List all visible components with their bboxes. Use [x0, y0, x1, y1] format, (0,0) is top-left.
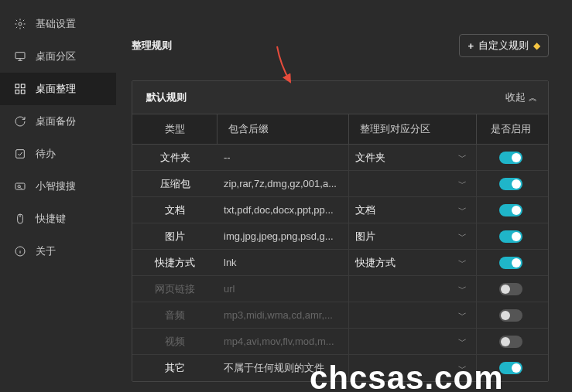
main-panel: 整理规则 + 自定义规则 ◆ 默认规则 收起 ︽ 类型 包含后缀 整理到对应分区…	[116, 0, 572, 392]
cell-type: 图片	[132, 223, 217, 249]
enable-toggle[interactable]	[499, 152, 522, 164]
vip-diamond-icon: ◆	[533, 40, 540, 51]
enable-toggle[interactable]	[499, 178, 522, 190]
sidebar-item-1[interactable]: 桌面分区	[0, 40, 116, 73]
sidebar-item-label: 小智搜搜	[36, 179, 76, 193]
cell-enable	[477, 145, 545, 170]
enable-toggle[interactable]	[499, 204, 522, 216]
svg-point-8	[18, 185, 20, 187]
cell-dest-select[interactable]: 快捷方式﹀	[349, 250, 477, 275]
svg-rect-4	[15, 90, 19, 94]
table-row: 其它不属于任何规则的文件﹀	[132, 355, 548, 381]
enable-toggle[interactable]	[499, 283, 522, 295]
header-ext: 包含后缀	[217, 114, 349, 144]
cell-ext: url	[217, 276, 349, 302]
chevron-down-icon: ﹀	[458, 152, 467, 163]
cell-dest-select[interactable]: ﹀	[349, 171, 477, 196]
cell-type: 文件夹	[132, 145, 217, 170]
chevron-down-icon: ﹀	[458, 336, 467, 347]
cell-type: 压缩包	[132, 171, 217, 196]
sidebar-item-6[interactable]: 快捷键	[0, 203, 116, 235]
sidebar: 基础设置桌面分区桌面整理桌面备份待办小智搜搜快捷键关于	[0, 0, 116, 392]
cell-ext: --	[217, 145, 349, 170]
table-row: 网页链接url﹀	[132, 276, 548, 302]
cell-dest-select[interactable]: ﹀	[349, 276, 477, 302]
custom-rule-button[interactable]: + 自定义规则 ◆	[459, 34, 549, 57]
svg-rect-5	[21, 90, 25, 94]
collapse-button[interactable]: 收起 ︽	[505, 90, 534, 104]
sidebar-item-label: 关于	[36, 244, 56, 258]
sidebar-item-2[interactable]: 桌面整理	[0, 73, 116, 105]
refresh-icon	[14, 115, 26, 128]
info-icon	[14, 245, 26, 257]
cell-enable	[477, 302, 545, 328]
cell-type: 视频	[132, 329, 217, 354]
cell-enable	[477, 329, 545, 354]
cell-ext: zip,rar,7z,dmg,gz,001,a...	[217, 171, 349, 196]
svg-rect-2	[15, 84, 19, 88]
cell-dest-select[interactable]: ﹀	[349, 355, 477, 381]
cell-enable	[477, 197, 545, 223]
table-row: 压缩包zip,rar,7z,dmg,gz,001,a...﹀	[132, 171, 548, 197]
cell-type: 快捷方式	[132, 250, 217, 275]
sidebar-item-0[interactable]: 基础设置	[0, 8, 116, 40]
cell-type: 网页链接	[132, 276, 217, 302]
table-row: 图片img,jpg,jpeg,png,psd,g...图片﹀	[132, 223, 548, 250]
sidebar-item-7[interactable]: 关于	[0, 235, 116, 268]
cell-dest-select[interactable]: 文件夹﹀	[349, 145, 477, 170]
cell-ext: mp4,avi,mov,flv,mod,m...	[217, 329, 349, 354]
cell-dest-select[interactable]: 文档﹀	[349, 197, 477, 223]
enable-toggle[interactable]	[499, 230, 522, 243]
chevron-down-icon: ﹀	[458, 309, 467, 321]
cell-ext: txt,pdf,doc,docx,ppt,pp...	[217, 197, 349, 223]
enable-toggle[interactable]	[499, 362, 522, 374]
sidebar-item-label: 桌面备份	[36, 114, 76, 128]
header-type: 类型	[132, 114, 217, 144]
cell-type: 文档	[132, 197, 217, 223]
grid-icon	[14, 83, 26, 95]
svg-rect-3	[21, 84, 25, 88]
table-row: 视频mp4,avi,mov,flv,mod,m...﹀	[132, 329, 548, 355]
header-dest: 整理到对应分区	[349, 114, 477, 144]
mouse-icon	[14, 213, 26, 225]
cell-type: 音频	[132, 302, 217, 328]
rules-table: 默认规则 收起 ︽ 类型 包含后缀 整理到对应分区 是否启用 文件夹--文件夹﹀…	[132, 80, 549, 382]
table-header: 类型 包含后缀 整理到对应分区 是否启用	[132, 114, 548, 145]
table-row: 音频mp3,midi,wma,cd,amr,...﹀	[132, 302, 548, 329]
cell-enable	[477, 171, 545, 196]
chevron-down-icon: ﹀	[458, 178, 467, 189]
monitor-icon	[14, 50, 26, 63]
sidebar-item-label: 待办	[36, 147, 56, 161]
cell-ext: mp3,midi,wma,cd,amr,...	[217, 302, 349, 328]
cell-enable	[477, 276, 545, 302]
sidebar-item-label: 快捷键	[36, 212, 66, 226]
enable-toggle[interactable]	[499, 257, 522, 269]
chevron-down-icon: ﹀	[458, 283, 467, 295]
chevron-down-icon: ﹀	[458, 363, 467, 374]
cell-dest-select[interactable]: 图片﹀	[349, 223, 477, 249]
enable-toggle[interactable]	[499, 336, 522, 348]
table-row: 文件夹--文件夹﹀	[132, 145, 548, 171]
cell-ext: img,jpg,jpeg,png,psd,g...	[217, 223, 349, 249]
table-body: 文件夹--文件夹﹀压缩包zip,rar,7z,dmg,gz,001,a...﹀文…	[132, 145, 548, 381]
checkbox-icon	[14, 148, 26, 160]
svg-point-0	[19, 22, 22, 26]
enable-toggle[interactable]	[499, 309, 522, 322]
table-row: 快捷方式lnk快捷方式﹀	[132, 250, 548, 276]
search-box-icon	[14, 180, 26, 193]
cell-dest-select[interactable]: ﹀	[349, 329, 477, 354]
cell-enable	[477, 223, 545, 249]
gear-icon	[14, 18, 26, 30]
chevron-down-icon: ﹀	[458, 230, 467, 242]
svg-rect-6	[16, 150, 25, 159]
header-enable: 是否启用	[477, 114, 545, 144]
sidebar-item-4[interactable]: 待办	[0, 138, 116, 170]
cell-enable	[477, 355, 545, 381]
cell-ext: lnk	[217, 250, 349, 275]
sidebar-item-label: 桌面分区	[36, 49, 76, 63]
svg-rect-1	[15, 53, 25, 59]
cell-dest-select[interactable]: ﹀	[349, 302, 477, 328]
sidebar-item-3[interactable]: 桌面备份	[0, 105, 116, 138]
sidebar-item-label: 基础设置	[36, 17, 76, 31]
sidebar-item-5[interactable]: 小智搜搜	[0, 170, 116, 203]
